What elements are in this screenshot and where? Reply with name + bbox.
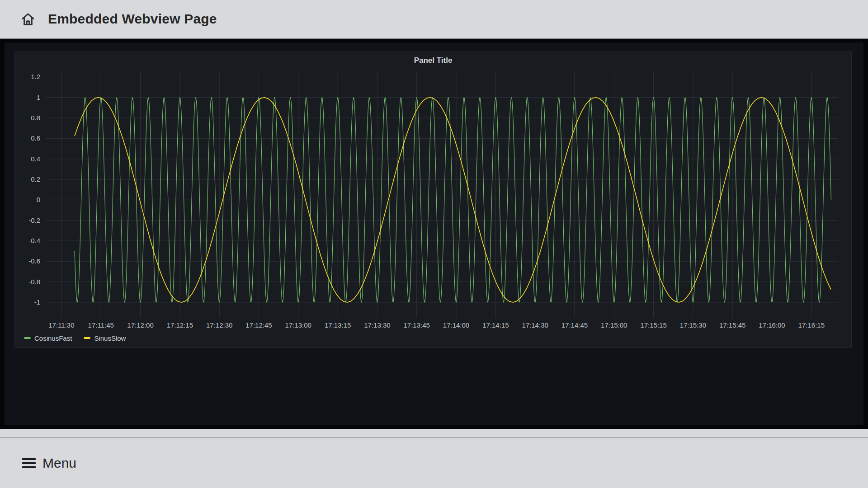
webview-content: Panel Title 17:11:3017:11:4517:12:0017:1…: [5, 42, 863, 425]
legend-item-sinusslow[interactable]: SinusSlow: [84, 334, 126, 342]
legend-label-sinusslow: SinusSlow: [94, 334, 126, 342]
legend-swatch-green: [24, 337, 31, 339]
bottom-bar: Menu: [0, 429, 868, 488]
svg-text:0.4: 0.4: [31, 155, 40, 163]
svg-text:1: 1: [37, 94, 40, 101]
svg-text:-0.2: -0.2: [28, 216, 40, 224]
svg-text:17:13:00: 17:13:00: [285, 321, 311, 329]
svg-text:17:16:15: 17:16:15: [798, 321, 825, 329]
webview-frame: Panel Title 17:11:3017:11:4517:12:0017:1…: [0, 39, 868, 429]
svg-text:17:14:30: 17:14:30: [522, 321, 548, 329]
svg-text:0.8: 0.8: [31, 114, 40, 122]
svg-text:17:14:15: 17:14:15: [482, 321, 509, 329]
svg-text:0: 0: [37, 196, 40, 203]
home-icon[interactable]: [19, 10, 37, 28]
svg-text:17:12:45: 17:12:45: [245, 321, 272, 329]
svg-text:-0.8: -0.8: [28, 278, 40, 286]
legend-item-cosinusfast[interactable]: CosinusFast: [24, 334, 72, 342]
menu-label: Menu: [42, 455, 76, 471]
grafana-panel: Panel Title 17:11:3017:11:4517:12:0017:1…: [14, 52, 852, 348]
svg-text:-0.6: -0.6: [28, 257, 40, 265]
svg-text:17:15:00: 17:15:00: [601, 321, 627, 329]
svg-text:17:11:45: 17:11:45: [88, 321, 114, 329]
hamburger-icon: [22, 458, 36, 468]
svg-text:17:15:45: 17:15:45: [719, 321, 745, 329]
svg-text:17:12:15: 17:12:15: [167, 321, 193, 329]
svg-text:17:13:45: 17:13:45: [404, 321, 430, 329]
svg-text:17:15:30: 17:15:30: [680, 321, 706, 329]
svg-text:-1: -1: [34, 298, 40, 306]
app-root: Embedded Webview Page Panel Title 17:11:…: [0, 0, 868, 488]
app-header: Embedded Webview Page: [0, 0, 868, 39]
chart-legend: CosinusFast SinusSlow: [19, 331, 848, 345]
svg-text:17:13:15: 17:13:15: [325, 321, 351, 329]
svg-text:17:15:15: 17:15:15: [640, 321, 666, 329]
svg-text:17:16:00: 17:16:00: [759, 321, 785, 329]
svg-text:17:12:00: 17:12:00: [127, 321, 153, 329]
svg-text:-0.4: -0.4: [28, 237, 40, 244]
legend-swatch-yellow: [84, 337, 90, 339]
svg-text:0.2: 0.2: [31, 175, 40, 183]
svg-text:17:13:30: 17:13:30: [364, 321, 390, 329]
legend-label-cosinusfast: CosinusFast: [34, 334, 72, 342]
menu-button[interactable]: Menu: [0, 437, 868, 488]
svg-text:17:12:30: 17:12:30: [206, 321, 232, 329]
panel-title[interactable]: Panel Title: [19, 54, 848, 67]
svg-text:0.6: 0.6: [31, 134, 40, 142]
svg-text:17:14:45: 17:14:45: [561, 321, 588, 329]
svg-text:1.2: 1.2: [31, 73, 40, 80]
svg-text:17:14:00: 17:14:00: [443, 321, 469, 329]
time-series-plot[interactable]: 17:11:3017:11:4517:12:0017:12:1517:12:30…: [19, 67, 848, 331]
page-title: Embedded Webview Page: [48, 11, 217, 27]
svg-text:17:11:30: 17:11:30: [48, 321, 74, 329]
